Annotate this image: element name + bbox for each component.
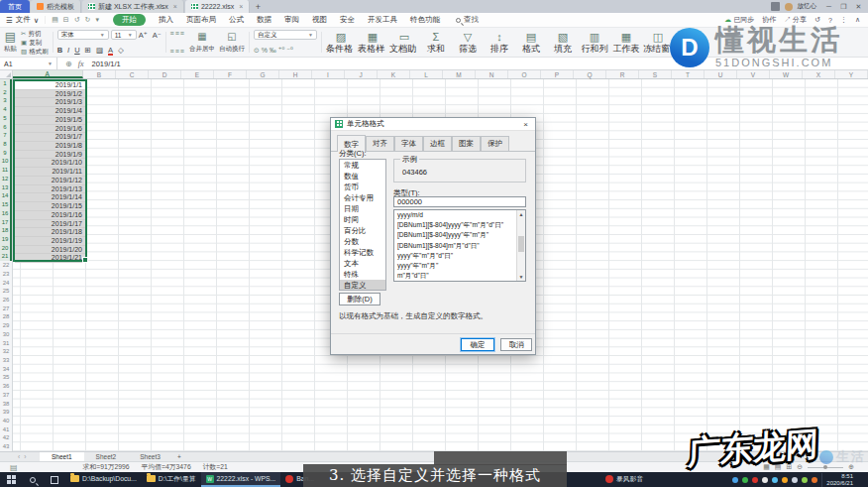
ribbon-tab[interactable]: 视图 (312, 15, 327, 25)
cell[interactable]: 2019/1/17 (15, 220, 85, 229)
row-header[interactable]: 29 (0, 321, 12, 330)
row-header[interactable]: 19 (0, 235, 12, 244)
row-header[interactable]: 15 (0, 200, 12, 209)
ribbon-tab[interactable]: 开发工具 (368, 15, 397, 25)
row-header[interactable]: 28 (0, 312, 12, 321)
print-icon[interactable]: ⊟ (63, 16, 69, 24)
chevron-down-icon[interactable]: ▾ (95, 16, 99, 24)
row-header[interactable]: 33 (0, 356, 12, 365)
column-header[interactable]: K (378, 70, 410, 78)
row-header[interactable]: 20 (0, 244, 12, 253)
zoom-out-icon[interactable]: ⊖ (797, 463, 803, 471)
row-header[interactable]: 39 (0, 408, 12, 417)
category-item[interactable]: 特殊 (340, 269, 385, 280)
dialog-tab[interactable]: 对齐 (366, 136, 394, 151)
help-button[interactable]: ? (828, 17, 832, 24)
close-button[interactable]: ✕ (851, 0, 866, 13)
dialog-tab[interactable]: 边框 (423, 136, 452, 151)
row-header[interactable]: 3 (0, 96, 12, 105)
tray-icon[interactable] (742, 477, 748, 483)
type-input[interactable]: 000000 (393, 196, 526, 207)
row-header[interactable]: 4 (0, 105, 12, 114)
tray-icon[interactable] (752, 477, 758, 483)
delete-button[interactable]: 删除(D) (339, 293, 380, 305)
column-header[interactable]: H (279, 70, 312, 78)
fx-icon[interactable]: fx (78, 60, 84, 68)
category-item[interactable]: 科学记数 (340, 247, 385, 258)
tray-icon[interactable] (792, 477, 798, 483)
sheet-tab-active[interactable]: Sheet1 (40, 452, 84, 461)
cell[interactable]: 2019/1/9 (15, 151, 85, 160)
category-item[interactable]: 常规 (340, 160, 385, 171)
format-item[interactable]: yyyy/m/d (394, 210, 516, 220)
normal-view-icon[interactable]: ▦ (763, 463, 770, 471)
format-item[interactable]: [DBNum1][$-804]yyyy"年"m"月" (394, 230, 516, 240)
taskbar-item-folder1[interactable]: D:\Backup\Docu... (65, 472, 142, 487)
ribbon-button[interactable]: ▤ 格式 (516, 30, 546, 55)
column-header[interactable]: S (639, 70, 672, 78)
reading-view-icon[interactable]: ⊞ (786, 463, 792, 471)
cell[interactable]: 2019/1/11 (15, 168, 85, 177)
prev-sheet-icon[interactable]: ‹ (18, 453, 20, 460)
column-header[interactable]: V (737, 70, 770, 78)
ribbon-tab[interactable]: 特色功能 (410, 15, 440, 25)
column-header[interactable]: R (606, 70, 639, 78)
column-header[interactable]: F (214, 70, 247, 78)
row-header[interactable]: 42 (0, 433, 12, 442)
scroll-up-icon[interactable]: ▲ (517, 210, 525, 218)
row-header[interactable]: 43 (0, 442, 12, 451)
column-header[interactable]: X (803, 70, 835, 78)
clipboard-button[interactable]: ▨格式刷 (21, 48, 49, 57)
cell[interactable]: 2019/1/10 (15, 159, 85, 168)
history-icon[interactable]: ↺ (814, 16, 820, 24)
font-color-button[interactable]: A (108, 46, 113, 55)
category-item[interactable]: 时间 (340, 214, 385, 225)
row-header[interactable]: 2 (0, 88, 12, 97)
tray-icon[interactable] (812, 477, 817, 483)
sheet-tab[interactable]: Sheet2 (84, 452, 129, 461)
row-header[interactable]: 9 (0, 149, 12, 158)
column-header[interactable]: Y (835, 70, 868, 78)
ribbon-tab[interactable]: 安全 (340, 15, 355, 25)
dialog-tab[interactable]: 图案 (452, 136, 481, 151)
sheet-tab[interactable]: Sheet3 (128, 452, 172, 461)
paste-button[interactable]: ▤ 粘贴 (4, 30, 17, 55)
formula-input[interactable]: 2019/1/1 (91, 60, 120, 68)
new-tab-button[interactable]: + (250, 0, 266, 13)
sync-status[interactable]: ☁ 已同步 (724, 15, 754, 25)
row-header[interactable]: 41 (0, 426, 12, 434)
cell[interactable]: 2019/1/6 (15, 125, 85, 134)
format-item[interactable]: [DBNum1][$-804]yyyy"年"m"月"d"日" (394, 220, 516, 230)
next-sheet-icon[interactable]: › (24, 453, 26, 460)
cell[interactable]: 2019/1/7 (15, 133, 85, 142)
column-header[interactable]: P (541, 70, 574, 78)
zoom-in-icon[interactable]: ⊕ (848, 463, 854, 471)
ribbon-button[interactable]: ▦ 表格样式 (358, 30, 387, 55)
cell[interactable]: 2019/1/8 (15, 142, 85, 151)
number-format-select[interactable]: 自定义▼ (254, 30, 317, 40)
taskbar-item-wps[interactable]: W22222.xlsx - WPS... (201, 472, 281, 487)
save-icon[interactable]: ▤ (52, 16, 58, 24)
column-header[interactable]: Q (574, 70, 606, 78)
ribbon-button[interactable]: Σ 求和 (421, 30, 451, 55)
ribbon-button[interactable]: ▥ 行和列 (580, 30, 609, 55)
row-header[interactable]: 21 (0, 252, 12, 261)
sheet-nav-arrows[interactable]: ‹› (0, 452, 40, 461)
cell[interactable]: 2019/1/21 (15, 254, 85, 263)
undo-icon[interactable]: ↺ (74, 16, 80, 24)
borders-button[interactable]: ⊞ (85, 46, 91, 55)
row-header[interactable]: 16 (0, 209, 12, 218)
row-header[interactable]: 36 (0, 382, 12, 391)
tray-icon[interactable] (732, 477, 738, 483)
quick-access-toolbar[interactable]: ▤ ⊟ ↺ ↻ ▾ (45, 16, 105, 24)
insert-function-icon[interactable]: ⊕ (65, 60, 72, 68)
ribbon-button[interactable]: ▧ 填充 (548, 30, 578, 55)
column-header[interactable]: E (181, 70, 214, 78)
grow-font-button[interactable]: A⁺ (139, 31, 148, 40)
row-header[interactable]: 5 (0, 114, 12, 123)
ribbon-tab[interactable]: 页面布局 (186, 15, 216, 25)
scroll-down-icon[interactable]: ▼ (517, 273, 525, 281)
column-header[interactable]: I (312, 70, 345, 78)
ribbon-button[interactable]: ▭ 文档助手 (389, 30, 419, 55)
cell[interactable]: 2019/1/16 (15, 211, 85, 220)
